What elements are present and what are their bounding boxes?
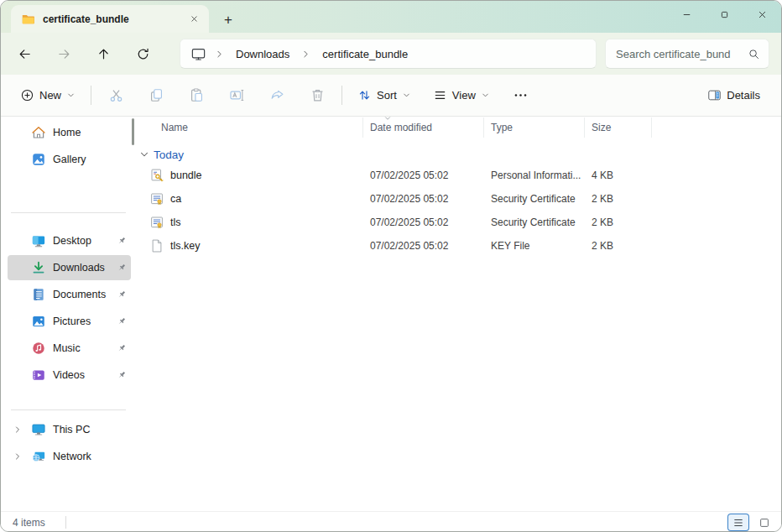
file-name: bundle [170, 170, 202, 181]
details-button-label: Details [727, 89, 760, 102]
search-input[interactable] [616, 48, 748, 60]
sidebar-item-label: Videos [53, 369, 115, 381]
sidebar-item-label: Home [53, 127, 115, 138]
file-type: Personal Informati... [484, 170, 585, 181]
sidebar-item-home[interactable]: Home [8, 120, 131, 145]
sidebar-item-icon [31, 314, 46, 329]
file-row-tls[interactable]: tls 07/02/2025 05:02 Security Certificat… [136, 211, 781, 234]
sidebar: Home Gallery Desktop Downloads Documents… [1, 117, 136, 511]
file-date-modified: 07/02/2025 05:02 [363, 170, 484, 181]
file-size: 4 KB [585, 170, 652, 181]
sidebar-scrollbar[interactable] [132, 118, 134, 145]
breadcrumb-downloads[interactable]: Downloads [232, 46, 293, 62]
sidebar-item-icon [31, 449, 46, 464]
new-button-label: New [39, 89, 61, 102]
sidebar-item-this-pc[interactable]: This PC [8, 417, 131, 442]
pin-icon [115, 342, 128, 355]
address-bar: Downloads certificate_bundle [1, 33, 781, 75]
file-list-area: Name Date modified Type Size Today bundl… [136, 117, 781, 511]
details-view-icon [732, 517, 744, 529]
sidebar-item-label: Documents [53, 289, 115, 300]
cut-button[interactable] [99, 81, 133, 110]
monitor-icon [190, 46, 206, 62]
paste-button[interactable] [180, 81, 213, 110]
file-type-icon [149, 191, 164, 206]
sidebar-item-icon [31, 287, 46, 302]
sidebar-item-label: Music [53, 342, 115, 354]
window-controls [668, 1, 781, 28]
sidebar-item-network[interactable]: Network [8, 444, 131, 469]
sidebar-item-music[interactable]: Music [8, 336, 131, 361]
search-box[interactable] [605, 39, 769, 69]
view-button[interactable]: View [425, 81, 498, 110]
expand-chevron-icon[interactable] [13, 451, 31, 462]
chevron-right-icon [214, 49, 225, 60]
file-row-ca[interactable]: ca 07/02/2025 05:02 Security Certificate… [136, 187, 781, 211]
details-pane-button[interactable]: Details [700, 81, 768, 110]
sidebar-item-icon [31, 125, 46, 140]
file-name: tls.key [170, 240, 200, 252]
file-row-bundle[interactable]: bundle 07/02/2025 05:02 Personal Informa… [136, 164, 781, 187]
chevron-down-icon [402, 91, 411, 100]
sidebar-item-downloads[interactable]: Downloads [8, 255, 131, 280]
expand-chevron-icon[interactable] [13, 424, 31, 436]
back-button[interactable] [9, 39, 39, 69]
rename-button[interactable] [220, 81, 253, 110]
up-button[interactable] [88, 39, 118, 69]
sidebar-item-icon [31, 422, 46, 437]
file-row-tls.key[interactable]: tls.key 07/02/2025 05:02 KEY File 2 KB [136, 234, 781, 258]
sidebar-item-videos[interactable]: Videos [8, 362, 131, 388]
sort-button[interactable]: Sort [350, 81, 419, 110]
new-button[interactable]: New [13, 81, 83, 110]
sidebar-item-documents[interactable]: Documents [8, 282, 131, 307]
refresh-icon [136, 47, 150, 61]
column-header-date-modified[interactable]: Date modified [363, 117, 484, 138]
share-icon [269, 87, 285, 103]
sidebar-item-label: Gallery [53, 154, 115, 165]
sidebar-item-pictures[interactable]: Pictures [8, 309, 131, 334]
copy-button[interactable] [139, 81, 173, 110]
minimize-button[interactable] [668, 1, 706, 28]
maximize-button[interactable] [706, 1, 743, 28]
refresh-button[interactable] [128, 39, 158, 69]
column-header-name[interactable]: Name [136, 117, 363, 138]
large-icons-view-icon [759, 517, 770, 529]
share-button[interactable] [260, 81, 294, 110]
forward-icon [57, 47, 71, 61]
sidebar-divider [11, 212, 126, 213]
group-header-today[interactable]: Today [136, 145, 781, 164]
sort-button-label: Sort [377, 89, 397, 102]
status-bar: 4 items [1, 511, 781, 532]
forward-button[interactable] [49, 39, 79, 69]
close-button[interactable] [743, 1, 781, 28]
file-rows: bundle 07/02/2025 05:02 Personal Informa… [136, 164, 781, 258]
tab-certificate-bundle[interactable]: certificate_bundle [11, 5, 209, 33]
tab-close-button[interactable] [184, 9, 204, 29]
file-name: ca [170, 193, 181, 205]
sidebar-item-icon [31, 260, 46, 275]
sidebar-item-label: Network [53, 451, 115, 462]
sort-direction-icon [383, 117, 392, 123]
more-options-button[interactable] [506, 81, 536, 110]
pin-icon [115, 289, 128, 301]
column-headers: Name Date modified Type Size [136, 117, 781, 138]
file-type-icon [149, 168, 164, 183]
view-lines-icon [433, 88, 447, 102]
delete-button[interactable] [300, 81, 334, 110]
collapse-chevron-icon[interactable] [138, 149, 150, 160]
trash-icon [310, 87, 326, 103]
sidebar-item-desktop[interactable]: Desktop [8, 228, 131, 253]
item-count: 4 items [13, 517, 45, 529]
toolbar-divider [341, 86, 342, 105]
column-header-type[interactable]: Type [484, 117, 585, 138]
column-header-size[interactable]: Size [585, 117, 652, 138]
sidebar-item-icon [31, 233, 46, 248]
details-view-button[interactable] [728, 514, 748, 530]
pin-icon [115, 369, 128, 382]
new-tab-button[interactable]: + [217, 8, 239, 30]
breadcrumb[interactable]: Downloads certificate_bundle [180, 39, 597, 69]
breadcrumb-certificate-bundle[interactable]: certificate_bundle [319, 46, 411, 62]
sort-icon [357, 88, 372, 102]
large-icons-view-button[interactable] [754, 514, 774, 530]
sidebar-item-gallery[interactable]: Gallery [8, 147, 131, 172]
